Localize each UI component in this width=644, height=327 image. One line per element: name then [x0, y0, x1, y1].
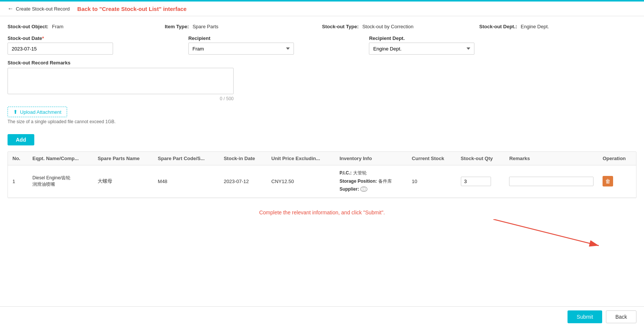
col-current-stock: Current Stock	[407, 152, 456, 165]
cell-spare-parts: 大螺母	[93, 165, 153, 198]
remarks-label: Stock-out Record Remarks	[8, 60, 636, 66]
delete-button[interactable]: 🗑	[603, 176, 613, 186]
cell-remarks	[505, 165, 598, 198]
stockout-table: No. Eqpt. Name/Comp... Spare Parts Name …	[8, 152, 636, 198]
col-remarks: Remarks	[505, 152, 598, 165]
cell-unit-price: CNY12.50	[267, 165, 335, 198]
stockout-object-value: Fram	[52, 24, 63, 29]
info-row-top: Stock-out Object: Fram Item Type: Spare …	[8, 24, 636, 29]
arrow-area	[8, 219, 636, 249]
back-button[interactable]: Back	[606, 310, 636, 321]
col-stockin-date: Stock-in Date	[219, 152, 267, 165]
stockout-dept-label: Stock-out Dept.:	[479, 24, 517, 29]
form-group-date: Stock-out Date*	[8, 35, 181, 55]
storage-pos-value: 备件库	[378, 179, 392, 184]
stockout-type-label: Stock-out Type:	[322, 24, 359, 29]
back-label: Create Stock-out Record	[16, 6, 70, 12]
pic-line: P.I.C.: 大管轮	[340, 169, 403, 177]
recipient-dept-label: Recipient Dept.	[369, 35, 542, 41]
upload-btn-label: Upload Attachment	[20, 109, 61, 115]
content: Stock-out Object: Fram Item Type: Spare …	[0, 16, 644, 321]
info-icon: ⓘ	[360, 186, 367, 192]
delete-icon: 🗑	[605, 178, 610, 184]
stockout-type-value: Stock-out by Correction	[362, 24, 413, 29]
remarks-textarea[interactable]	[8, 68, 234, 94]
storage-line: Storage Position: 备件库	[340, 177, 403, 186]
info-col-stockout-type: Stock-out Type: Stock-out by Correction	[322, 24, 479, 29]
upload-hint: The size of a single uploaded file canno…	[8, 119, 636, 124]
table-header-row: No. Eqpt. Name/Comp... Spare Parts Name …	[8, 152, 636, 165]
back-arrow-icon: ←	[8, 5, 14, 12]
date-label: Stock-out Date*	[8, 35, 181, 41]
cell-stockin-date: 2023-07-12	[219, 165, 267, 198]
bottom-spacer	[8, 249, 636, 272]
pic-label: P.I.C.:	[340, 170, 352, 176]
item-type-label: Item Type:	[165, 24, 189, 29]
hint-message: Complete the relevant information, and c…	[8, 209, 636, 215]
item-type-value: Spare Parts	[193, 24, 219, 29]
recipient-dept-select[interactable]: Engine Dept.	[369, 43, 474, 55]
table-row: 1 Diesel Engine/齿轮润滑油喷嘴 大螺母 M48 2023-07-…	[8, 165, 636, 198]
inventory-info-block: P.I.C.: 大管轮 Storage Position: 备件库 Suppli…	[340, 169, 403, 194]
recipient-label: Recipient	[188, 35, 362, 41]
stockout-object-label: Stock-out Object:	[8, 24, 48, 29]
header: ← Create Stock-out Record Back to "Creat…	[0, 2, 644, 16]
col-unit-price: Unit Price Excludin...	[267, 152, 335, 165]
pic-value: 大管轮	[353, 170, 367, 176]
svg-line-1	[493, 219, 599, 246]
form-group-recipient: Recipient Fram	[188, 35, 362, 55]
cell-stockout-qty	[456, 165, 505, 198]
col-eqpt: Eqpt. Name/Comp...	[28, 152, 93, 165]
stockout-qty-input[interactable]	[461, 177, 491, 186]
supplier-label: Supplier:	[340, 186, 359, 192]
form-group-recipient-dept: Recipient Dept. Engine Dept.	[369, 35, 542, 55]
upload-icon: ⬆	[13, 109, 18, 115]
remarks-section: Stock-out Record Remarks 0 / 500	[8, 60, 636, 101]
arrow-svg	[493, 219, 606, 249]
cell-operation: 🗑	[598, 165, 636, 198]
form-row-date: Stock-out Date* Recipient Fram Recipient…	[8, 35, 636, 55]
cell-no: 1	[8, 165, 28, 198]
storage-pos-label: Storage Position:	[340, 179, 377, 184]
back-link[interactable]: ← Create Stock-out Record	[8, 5, 70, 12]
col-no: No.	[8, 152, 28, 165]
cell-eqpt: Diesel Engine/齿轮润滑油喷嘴	[28, 165, 93, 198]
upload-attachment-button[interactable]: ⬆ Upload Attachment	[8, 107, 67, 117]
header-link[interactable]: Back to "Create Stock-out List" interfac…	[77, 6, 187, 12]
col-spare-parts: Spare Parts Name	[93, 152, 153, 165]
col-spare-part-code: Spare Part Code/S...	[153, 152, 219, 165]
info-col-stockout-object: Stock-out Object: Fram	[8, 24, 165, 29]
submit-button[interactable]: Submit	[568, 310, 602, 321]
upload-section: ⬆ Upload Attachment The size of a single…	[8, 107, 636, 124]
bottom-bar: Submit Back	[0, 306, 644, 321]
table-container: No. Eqpt. Name/Comp... Spare Parts Name …	[8, 151, 636, 198]
stockout-dept-value: Engine Dept.	[521, 24, 549, 29]
cell-current-stock: 10	[407, 165, 456, 198]
row-remarks-input[interactable]	[509, 177, 594, 186]
cell-spare-part-code: M48	[153, 165, 219, 198]
date-input[interactable]	[8, 43, 113, 55]
add-button[interactable]: Add	[8, 134, 34, 145]
table-header: No. Eqpt. Name/Comp... Spare Parts Name …	[8, 152, 636, 165]
col-operation: Operation	[598, 152, 636, 165]
info-col-item-type: Item Type: Spare Parts	[165, 24, 322, 29]
cell-inventory-info: P.I.C.: 大管轮 Storage Position: 备件库 Suppli…	[335, 165, 407, 198]
info-col-stockout-dept: Stock-out Dept.: Engine Dept.	[479, 24, 636, 29]
table-body: 1 Diesel Engine/齿轮润滑油喷嘴 大螺母 M48 2023-07-…	[8, 165, 636, 198]
recipient-select[interactable]: Fram	[188, 43, 294, 55]
supplier-line: Supplier: ⓘ	[340, 185, 403, 194]
col-stockout-qty: Stock-out Qty	[456, 152, 505, 165]
col-inventory-info: Inventory Info	[335, 152, 407, 165]
char-count: 0 / 500	[8, 96, 234, 101]
